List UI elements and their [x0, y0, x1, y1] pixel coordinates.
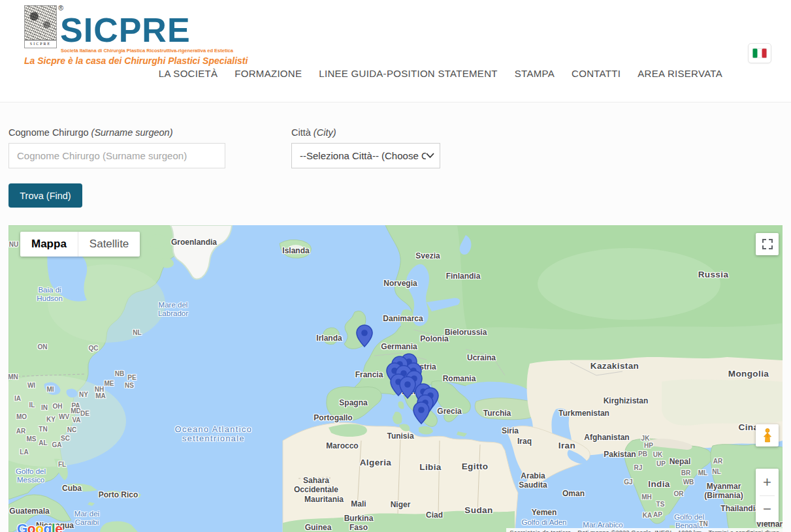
italian-flag-icon — [752, 48, 767, 58]
emblem-caption: SICPRE — [25, 40, 56, 48]
map-type-satellite-button[interactable]: Satellite — [78, 232, 140, 257]
zoom-control: + − — [756, 469, 779, 522]
surname-label-english: (Surname surgeon) — [91, 127, 173, 138]
nav-contatti[interactable]: CONTATTI — [572, 68, 621, 79]
map-scale: 1000 km — [675, 528, 705, 532]
nav-stampa[interactable]: STAMPA — [515, 68, 555, 79]
city-label-english: (City) — [314, 127, 336, 138]
sicpre-emblem-woodcut: SICPRE — [24, 5, 57, 48]
google-map[interactable]: GroenlandiaIslandaSveziaNorvegiaFinlandi… — [8, 225, 783, 532]
nav-area-riservata[interactable]: AREA RISERVATA — [638, 68, 722, 79]
surname-input[interactable] — [8, 143, 225, 168]
chevron-down-icon — [426, 153, 434, 159]
google-logo-letter: g — [44, 521, 52, 532]
main-nav: LA SOCIETÀ FORMAZIONE LINEE GUIDA-POSITI… — [159, 68, 722, 79]
pegman-icon — [762, 428, 773, 443]
street-view-pegman-button[interactable] — [756, 424, 779, 446]
brand-subtitle: Società Italiana di Chirurgia Plastica R… — [61, 48, 214, 54]
find-button[interactable]: Trova (Find) — [8, 183, 82, 208]
map-data-credit: Dati mappa ©2022 Google, INEGI — [574, 528, 675, 532]
fullscreen-button[interactable] — [756, 233, 779, 255]
surname-label: Cognome Chirurgo (Surname surgeon) — [8, 127, 172, 138]
map-type-map-button[interactable]: Mappa — [20, 232, 78, 257]
map-attribution: Scorciatoie da tastiera Dati mappa ©2022… — [506, 528, 783, 532]
fullscreen-icon — [762, 239, 773, 249]
brand-tagline: La Sicpre è la casa dei Chirurghi Plasti… — [24, 55, 220, 66]
city-select-value: --Seleziona Città-- (Choose Ci — [300, 150, 426, 161]
nav-formazione[interactable]: FORMAZIONE — [234, 68, 302, 79]
surgeon-search-form: Cognome Chirurgo (Surname surgeon) Città… — [0, 102, 791, 225]
map-type-control: Mappa Satellite — [20, 232, 140, 257]
nav-linee-guida[interactable]: LINEE GUIDA-POSITION STATEMENT — [319, 68, 497, 79]
zoom-out-button[interactable]: − — [756, 496, 779, 522]
google-logo-letter: e — [55, 521, 62, 532]
zoom-in-button[interactable]: + — [756, 469, 779, 495]
google-logo-letter: o — [35, 521, 43, 532]
language-switch-button[interactable] — [748, 43, 771, 63]
nav-la-societa[interactable]: LA SOCIETÀ — [159, 68, 218, 79]
page: SICPRE ® SICPRE Società Italiana di Chir… — [0, 0, 791, 532]
google-logo[interactable]: Google — [17, 521, 62, 532]
keyboard-shortcuts-link[interactable]: Scorciatoie da tastiera — [506, 528, 574, 532]
google-logo-letter: o — [27, 521, 35, 532]
city-label: Città (City) — [291, 127, 336, 138]
site-header: SICPRE ® SICPRE Società Italiana di Chir… — [0, 0, 791, 102]
brand-title: SICPRE — [60, 13, 191, 47]
terms-link[interactable]: Termini e condizioni d'uso — [705, 528, 783, 532]
city-select[interactable]: --Seleziona Città-- (Choose Ci — [291, 143, 440, 168]
google-logo-letter: G — [17, 521, 27, 532]
